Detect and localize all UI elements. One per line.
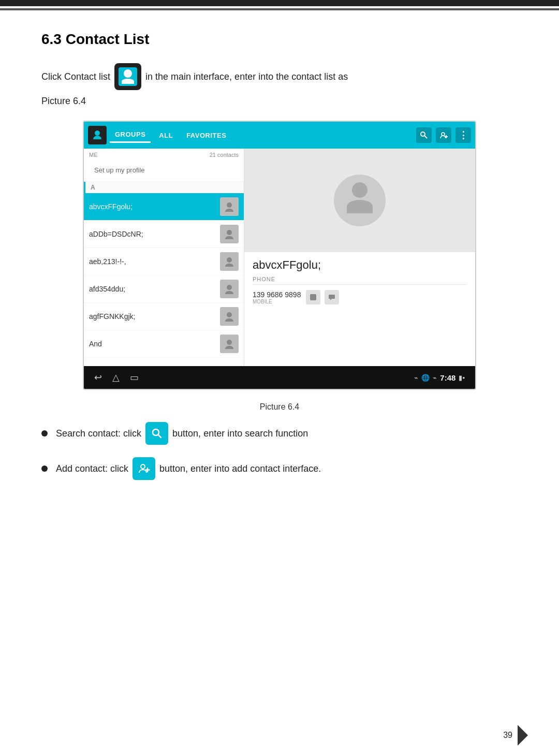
detail-contact-name: abvcxFFgolu; bbox=[244, 252, 475, 274]
add-person-icon-svg bbox=[138, 462, 150, 475]
svg-line-2 bbox=[425, 136, 428, 139]
avatar-icon-addb bbox=[223, 228, 236, 240]
app-icon bbox=[88, 126, 107, 144]
setup-profile-item[interactable]: Set up my profile bbox=[84, 159, 244, 182]
avatar-aeb bbox=[220, 252, 239, 271]
phone-icon bbox=[310, 294, 317, 301]
contact-name-and: And bbox=[89, 340, 216, 348]
instruction-line2-text: Picture 6.4 bbox=[41, 94, 86, 108]
svg-point-17 bbox=[141, 464, 145, 469]
detail-phone-type: MOBILE bbox=[253, 299, 301, 304]
instruction-suffix: in the main interface, enter into the co… bbox=[145, 70, 348, 84]
message-action-btn[interactable] bbox=[325, 290, 339, 304]
bullet-search-prefix: Search contact: click bbox=[56, 428, 141, 439]
detail-avatar-area bbox=[244, 149, 475, 252]
big-avatar-person bbox=[342, 182, 378, 219]
page-number: 39 bbox=[498, 729, 518, 742]
add-contact-button-icon[interactable] bbox=[133, 457, 155, 480]
contact-name-addb: aDDb=DSDcNR; bbox=[89, 230, 216, 238]
detail-phone-label: PHONE bbox=[244, 274, 475, 282]
tab-all[interactable]: ALL bbox=[154, 128, 178, 142]
instruction-block: Click Contact list People in the main in… bbox=[41, 63, 518, 90]
contact-item-aeb[interactable]: aeb,213!-!-, bbox=[84, 248, 244, 275]
contact-name-agf: agfFGNKKgjk; bbox=[89, 312, 216, 321]
detail-phone-row: 139 9686 9898 MOBILE bbox=[244, 287, 475, 308]
svg-point-9 bbox=[227, 285, 232, 290]
header-actions: ⋮ bbox=[416, 127, 471, 143]
contact-item-abvcx[interactable]: abvcxFFgolu; bbox=[84, 193, 244, 221]
nav-bar: ↩ △ ▭ ⌁ 🌐 ⌁ 7:48 ▮▪ bbox=[84, 366, 475, 389]
me-section-label: ME 21 contacts bbox=[84, 149, 244, 159]
search-icon-svg bbox=[151, 427, 163, 440]
app-header: GROUPS ALL FAVORITES bbox=[84, 122, 475, 149]
section-heading: 6.3 Contact List bbox=[41, 31, 518, 48]
recent-nav-icon[interactable]: ▭ bbox=[130, 372, 139, 383]
avatar-agf bbox=[220, 307, 239, 326]
bullet-dot-search bbox=[41, 430, 48, 437]
contact-item-addb[interactable]: aDDb=DSDcNR; bbox=[84, 221, 244, 248]
setup-profile-text: Set up my profile bbox=[89, 163, 150, 177]
app-body: ME 21 contacts Set up my profile A abvcx… bbox=[84, 149, 475, 366]
svg-point-3 bbox=[442, 133, 445, 136]
svg-point-10 bbox=[227, 312, 232, 317]
contact-name-aeb: aeb,213!-!-, bbox=[89, 257, 216, 266]
nav-status: ⌁ 🌐 ⌁ 7:48 ▮▪ bbox=[414, 373, 465, 382]
avatar-afd bbox=[220, 280, 239, 298]
bullet-add-prefix: Add contact: click bbox=[56, 463, 128, 474]
overflow-menu-btn[interactable]: ⋮ bbox=[455, 127, 471, 143]
contact-name-afd: afd354ddu; bbox=[89, 285, 216, 293]
contact-list-panel: ME 21 contacts Set up my profile A abvcx… bbox=[84, 149, 244, 366]
avatar-addb bbox=[220, 225, 239, 243]
contact-detail-panel: abvcxFFgolu; PHONE 139 9686 9898 MOBILE bbox=[244, 149, 475, 366]
call-action-btn[interactable] bbox=[306, 290, 320, 304]
contact-item-agf[interactable]: agfFGNKKgjk; bbox=[84, 303, 244, 330]
avatar-abvcx bbox=[220, 197, 239, 216]
contact-item-and[interactable]: And bbox=[84, 330, 244, 358]
detail-divider bbox=[253, 284, 467, 285]
top-bar-thick bbox=[0, 0, 559, 6]
detail-action-icons bbox=[306, 290, 339, 304]
search-icon bbox=[420, 131, 428, 139]
signal-icon: ⌁ bbox=[433, 374, 437, 382]
home-nav-icon[interactable]: △ bbox=[112, 372, 120, 383]
bullet-section: Search contact: click button, enter into… bbox=[41, 422, 518, 480]
avatar-icon-agf bbox=[223, 310, 236, 323]
add-contact-header-btn[interactable] bbox=[436, 127, 451, 143]
contact-item-afd[interactable]: afd354ddu; bbox=[84, 275, 244, 303]
bullet-search: Search contact: click button, enter into… bbox=[41, 422, 518, 445]
tab-favorites[interactable]: FAVORITES bbox=[181, 128, 231, 142]
back-nav-icon[interactable]: ↩ bbox=[94, 372, 102, 383]
me-label: ME bbox=[89, 152, 98, 158]
search-header-btn[interactable] bbox=[416, 127, 432, 143]
add-person-icon bbox=[439, 131, 448, 139]
bullet-search-suffix: button, enter into search function bbox=[172, 428, 308, 439]
people-icon-label: People bbox=[122, 80, 134, 85]
svg-point-6 bbox=[227, 202, 232, 208]
svg-line-16 bbox=[158, 435, 161, 438]
svg-point-11 bbox=[227, 340, 232, 345]
avatar-body bbox=[347, 200, 373, 213]
people-icon-inner: People bbox=[119, 67, 137, 86]
battery-icon: ▮▪ bbox=[459, 374, 465, 382]
avatar-icon-abvcx bbox=[223, 200, 236, 213]
contact-count: 21 contacts bbox=[210, 152, 239, 158]
svg-rect-13 bbox=[329, 295, 335, 299]
wifi-icon: 🌐 bbox=[421, 374, 430, 382]
nav-time: 7:48 bbox=[440, 373, 455, 382]
svg-rect-12 bbox=[310, 294, 316, 300]
picture-caption: Picture 6.4 bbox=[41, 402, 518, 412]
people-app-icon: People bbox=[114, 63, 141, 90]
avatar-icon-and bbox=[223, 338, 236, 350]
top-bar-thin bbox=[0, 8, 559, 10]
instruction-line2: Picture 6.4 bbox=[41, 94, 518, 108]
detail-avatar-circle bbox=[334, 175, 386, 226]
page-corner-decoration bbox=[518, 725, 528, 746]
person-icon-svg bbox=[91, 129, 104, 141]
instruction-prefix: Click Contact list bbox=[41, 70, 110, 84]
section-letter-a: A bbox=[84, 182, 244, 193]
detail-phone-info: 139 9686 9898 MOBILE bbox=[253, 290, 301, 304]
tab-groups[interactable]: GROUPS bbox=[110, 127, 151, 143]
avatar-and bbox=[220, 335, 239, 353]
search-button-icon[interactable] bbox=[145, 422, 168, 445]
svg-marker-14 bbox=[330, 299, 332, 300]
